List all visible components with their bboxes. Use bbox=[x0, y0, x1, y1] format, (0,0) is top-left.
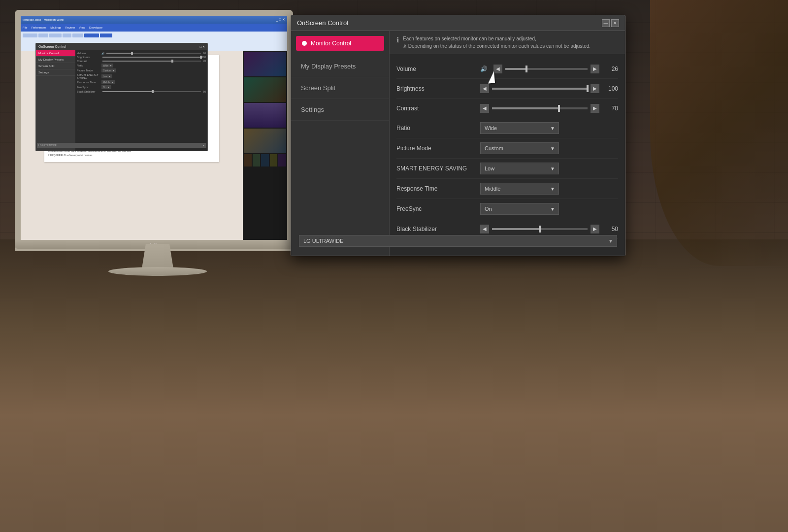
monitor-control-label: Monitor Control bbox=[311, 40, 351, 47]
black-stabilizer-slider-track[interactable] bbox=[492, 228, 588, 230]
black-stabilizer-decrease-button[interactable]: ◀ bbox=[480, 225, 489, 233]
brightness-decrease-button[interactable]: ◀ bbox=[480, 84, 489, 93]
monitor-select-container: LG ULTRAWIDE ▼ bbox=[299, 235, 617, 247]
monitor-screen: template.docx - Microsoft Word _ □ ✕ Fil… bbox=[15, 10, 293, 251]
monitor-select[interactable]: LG ULTRAWIDE bbox=[299, 235, 617, 247]
mini-nav-settings: Settings bbox=[36, 69, 75, 76]
mini-nav-presets: My Display Presets bbox=[36, 57, 75, 63]
contrast-slider-thumb bbox=[558, 105, 560, 112]
controls-area: Volume 🔊 ◀ ▶ 26 Brightness bbox=[390, 54, 625, 244]
freesync-label: FreeSync bbox=[396, 205, 480, 212]
volume-decrease-button[interactable]: ◀ bbox=[493, 65, 502, 73]
volume-slider-fill bbox=[505, 68, 526, 70]
monitor-base bbox=[108, 267, 207, 276]
brightness-value: 100 bbox=[602, 85, 618, 92]
word-titlebar: template.docx - Microsoft Word _ □ ✕ bbox=[21, 16, 287, 24]
brightness-slider-group: ◀ ▶ 100 bbox=[480, 84, 618, 93]
osc-title: OnScreen Control bbox=[297, 19, 600, 27]
guitar-decoration bbox=[650, 0, 788, 266]
info-bar: ℹ Each features on selected monitor can … bbox=[390, 31, 625, 54]
ratio-control-row: Ratio Wide Original 4:3 Cinema 1 Cinema … bbox=[396, 118, 618, 138]
info-icon: ℹ bbox=[396, 36, 399, 44]
picture-mode-dropdown[interactable]: Custom Standard Game Cinema bbox=[480, 142, 559, 154]
volume-increase-button[interactable]: ▶ bbox=[591, 65, 599, 73]
response-time-label: Response Time bbox=[396, 185, 480, 192]
monitor-indicator-dot bbox=[302, 41, 307, 46]
contrast-slider-fill bbox=[492, 107, 559, 109]
sidebar-item-screen-split[interactable]: Screen Split bbox=[291, 77, 389, 99]
lg-monitor: template.docx - Microsoft Word _ □ ✕ Fil… bbox=[10, 10, 305, 281]
sidebar-item-settings[interactable]: Settings bbox=[291, 99, 389, 121]
black-stabilizer-slider-fill bbox=[492, 228, 540, 230]
brightness-control-row: Brightness ◀ ▶ 100 bbox=[396, 79, 618, 99]
sidebar-item-my-display-presets[interactable]: My Display Presets bbox=[291, 56, 389, 77]
response-time-control-row: Response Time Middle Fast Faster ▼ bbox=[396, 179, 618, 199]
picture-mode-dropdown-wrap: Custom Standard Game Cinema ▼ bbox=[480, 142, 559, 154]
volume-slider-track[interactable] bbox=[505, 68, 588, 70]
brightness-label: Brightness bbox=[396, 85, 480, 92]
contrast-value: 70 bbox=[602, 105, 618, 112]
minimize-button[interactable]: — bbox=[602, 19, 610, 27]
osc-body: Monitor Control My Display Presets Scree… bbox=[291, 31, 625, 256]
photo-panel bbox=[243, 51, 287, 245]
mini-osc-body: Monitor Control My Display Presets Scree… bbox=[36, 50, 207, 151]
onscreen-control-window: OnScreen Control — ✕ Monitor Control My … bbox=[291, 15, 625, 256]
brightness-slider-fill bbox=[492, 88, 588, 90]
picture-mode-label: Picture Mode bbox=[396, 145, 480, 152]
smart-energy-control-row: SMART ENERGY SAVING Low High Off Auto ▼ bbox=[396, 159, 618, 179]
freesync-dropdown[interactable]: On Off bbox=[480, 203, 559, 215]
ratio-dropdown[interactable]: Wide Original 4:3 Cinema 1 Cinema 2 bbox=[480, 122, 559, 134]
mini-nav-monitor-control: Monitor Control bbox=[36, 50, 75, 57]
brightness-slider-thumb bbox=[587, 85, 589, 92]
screen-content: template.docx - Microsoft Word _ □ ✕ Fil… bbox=[21, 16, 287, 245]
osc-titlebar: OnScreen Control — ✕ bbox=[291, 15, 625, 31]
smart-energy-dropdown[interactable]: Low High Off Auto bbox=[480, 163, 559, 174]
brightness-slider-track[interactable] bbox=[492, 88, 588, 90]
ratio-dropdown-wrap: Wide Original 4:3 Cinema 1 Cinema 2 ▼ bbox=[480, 122, 559, 134]
mini-nav-screen-split: Screen Split bbox=[36, 63, 75, 69]
freesync-dropdown-wrap: On Off ▼ bbox=[480, 203, 559, 215]
mini-controls: Volume 🔊 26 Brightness bbox=[75, 50, 207, 151]
volume-slider-thumb bbox=[525, 66, 527, 72]
osc-main-content: ℹ Each features on selected monitor can … bbox=[390, 31, 625, 256]
black-stabilizer-increase-button[interactable]: ▶ bbox=[591, 225, 599, 233]
volume-icon: 🔊 bbox=[480, 66, 488, 72]
mini-osc-titlebar: OnScreen Control _ □ ✕ bbox=[36, 43, 207, 50]
black-stabilizer-slider-thumb bbox=[539, 226, 541, 233]
contrast-slider-track[interactable] bbox=[492, 107, 588, 109]
info-text: Each features on selected monitor can be… bbox=[403, 35, 591, 50]
ratio-label: Ratio bbox=[396, 125, 480, 132]
picture-mode-control-row: Picture Mode Custom Standard Game Cinema… bbox=[396, 138, 618, 159]
smart-energy-dropdown-wrap: Low High Off Auto ▼ bbox=[480, 163, 559, 174]
mini-osc-title: OnScreen Control bbox=[38, 45, 66, 48]
response-time-dropdown[interactable]: Middle Fast Faster bbox=[480, 183, 559, 195]
contrast-label: Contrast bbox=[396, 105, 480, 112]
close-button[interactable]: ✕ bbox=[611, 19, 619, 27]
black-stabilizer-slider-group: ◀ ▶ 50 bbox=[480, 225, 618, 233]
volume-value: 26 bbox=[602, 66, 618, 72]
contrast-slider-group: ◀ ▶ 70 bbox=[480, 104, 618, 113]
monitor-control-button[interactable]: Monitor Control bbox=[296, 36, 384, 51]
volume-control-row: Volume 🔊 ◀ ▶ 26 bbox=[396, 59, 618, 79]
volume-slider-group: 🔊 ◀ ▶ 26 bbox=[480, 65, 618, 73]
black-stabilizer-value: 50 bbox=[602, 226, 618, 233]
desk-background bbox=[0, 239, 788, 532]
osc-sidebar: Monitor Control My Display Presets Scree… bbox=[291, 31, 390, 256]
response-time-dropdown-wrap: Middle Fast Faster ▼ bbox=[480, 183, 559, 195]
mini-onscreen-control: OnScreen Control _ □ ✕ Monitor Control M… bbox=[35, 43, 208, 151]
brightness-increase-button[interactable]: ▶ bbox=[591, 84, 599, 93]
mini-sidebar: Monitor Control My Display Presets Scree… bbox=[36, 50, 75, 151]
volume-label: Volume bbox=[396, 66, 480, 72]
contrast-increase-button[interactable]: ▶ bbox=[591, 104, 599, 113]
smart-energy-label: SMART ENERGY SAVING bbox=[396, 165, 480, 172]
contrast-decrease-button[interactable]: ◀ bbox=[480, 104, 489, 113]
contrast-control-row: Contrast ◀ ▶ 70 bbox=[396, 99, 618, 118]
black-stabilizer-label: Black Stabilizer bbox=[396, 226, 480, 233]
freesync-control-row: FreeSync On Off ▼ bbox=[396, 199, 618, 219]
